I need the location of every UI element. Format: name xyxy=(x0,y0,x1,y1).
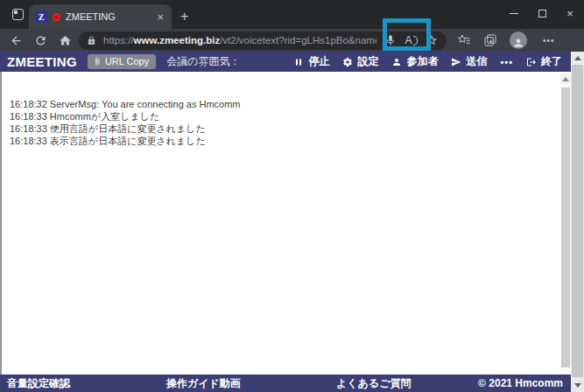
minimize-button[interactable] xyxy=(500,0,528,26)
url-text: https://www.zmeeting.biz/vt2/voicetext?r… xyxy=(103,35,376,46)
scrollbar-track[interactable] xyxy=(571,65,584,379)
tab-actions-icon xyxy=(12,9,24,20)
scroll-down-icon[interactable] xyxy=(571,379,584,392)
add-favorite-star-icon[interactable] xyxy=(425,33,439,47)
back-icon xyxy=(10,34,23,47)
message-log: 16:18:32 ServerMsg: You are connecting a… xyxy=(2,72,571,147)
stop-button[interactable]: 停止 xyxy=(293,54,329,69)
participants-label: 参加者 xyxy=(406,54,438,69)
content-scrollbar-thumb[interactable] xyxy=(561,88,570,368)
send-icon xyxy=(451,57,461,67)
settings-button[interactable]: 設定 xyxy=(342,54,378,69)
meeting-mood-label: 会議の雰囲気： xyxy=(166,54,240,69)
address-bar[interactable]: https://www.zmeeting.biz/vt2/voicetext?r… xyxy=(79,32,447,50)
recording-indicator-icon xyxy=(53,13,60,21)
participant-icon xyxy=(391,57,402,67)
home-button[interactable] xyxy=(54,31,75,50)
volume-check-link[interactable]: 音量設定確認 xyxy=(7,376,70,391)
content-scrollbar[interactable] xyxy=(560,74,571,374)
paperclip-icon xyxy=(93,57,102,66)
url-path: /vt2/voicetext?rid=gLHs1pBo&name=Hmcomm… xyxy=(220,35,376,46)
browser-toolbar-icons: ••• xyxy=(457,32,559,49)
new-tab-button[interactable]: + xyxy=(180,10,188,24)
window-controls: × xyxy=(500,0,584,29)
pause-icon xyxy=(293,57,304,67)
browser-navbar: https://www.zmeeting.biz/vt2/voicetext?r… xyxy=(0,29,584,52)
favorites-hub-icon[interactable] xyxy=(457,33,471,47)
settings-label: 設定 xyxy=(357,54,378,69)
profile-avatar[interactable] xyxy=(510,32,527,49)
stop-label: 停止 xyxy=(308,54,329,69)
browser-window: Z ZMEETING × + × https://www.zmeeting.bi… xyxy=(0,0,584,392)
scroll-up-icon[interactable] xyxy=(571,52,584,65)
send-label: 送信 xyxy=(466,54,487,69)
content-scroll-up-icon[interactable] xyxy=(560,74,571,84)
header-actions: 停止 設定 参加者 送信 ••• xyxy=(293,54,562,69)
maximize-icon xyxy=(538,10,546,18)
scrollbar-thumb[interactable] xyxy=(572,65,583,377)
minimize-icon xyxy=(510,13,518,14)
zmeeting-header: ZMEETING URL Copy 会議の雰囲気： 停止 設定 xyxy=(0,52,571,72)
page-area: ZMEETING URL Copy 会議の雰囲気： 停止 設定 xyxy=(0,52,584,392)
refresh-button[interactable] xyxy=(30,31,51,50)
browser-menu-icon[interactable]: ••• xyxy=(543,36,555,46)
zmeeting-favicon-icon: Z xyxy=(35,10,47,23)
url-domain: www.zmeeting.biz xyxy=(134,35,221,46)
browser-scrollbar[interactable] xyxy=(571,52,584,392)
url-protocol: https:// xyxy=(103,35,134,46)
collections-icon[interactable] xyxy=(483,33,497,47)
read-aloud-icon[interactable]: A xyxy=(405,34,418,46)
lock-icon xyxy=(87,36,96,46)
meeting-log-panel: 16:18:32 ServerMsg: You are connecting a… xyxy=(0,72,571,374)
zmeeting-logo: ZMEETING xyxy=(7,54,77,69)
url-copy-label: URL Copy xyxy=(105,56,149,66)
url-copy-button[interactable]: URL Copy xyxy=(88,54,156,69)
faq-link[interactable]: よくあるご質問 xyxy=(336,376,411,391)
refresh-icon xyxy=(34,34,47,47)
maximize-button[interactable] xyxy=(528,0,556,26)
person-icon xyxy=(512,37,524,49)
home-icon xyxy=(59,34,72,47)
exit-label: 終了 xyxy=(541,54,562,69)
log-message: 16:18:33 Hmcommが入室しました xyxy=(10,110,550,122)
log-message: 16:18:33 表示言語が日本語に変更されました xyxy=(10,135,550,147)
browser-titlebar: Z ZMEETING × + × xyxy=(0,0,584,29)
send-button[interactable]: 送信 xyxy=(451,54,487,69)
guide-video-link[interactable]: 操作ガイド動画 xyxy=(166,376,241,391)
browser-tab-zmeeting[interactable]: Z ZMEETING × xyxy=(29,4,172,29)
log-message: 16:18:32 ServerMsg: You are connecting a… xyxy=(10,98,550,110)
microphone-icon[interactable] xyxy=(383,33,398,47)
window-close-button[interactable]: × xyxy=(556,0,584,26)
copyright-text: © 2021 Hmcomm xyxy=(478,377,563,389)
tab-actions-button[interactable] xyxy=(6,3,29,25)
back-button[interactable] xyxy=(5,31,26,50)
tab-close-icon[interactable]: × xyxy=(155,10,165,24)
tab-title: ZMEETING xyxy=(66,11,150,22)
header-more-icon[interactable]: ••• xyxy=(500,57,513,67)
exit-button[interactable]: 終了 xyxy=(526,54,562,69)
exit-icon xyxy=(526,57,537,67)
zmeeting-footer: 音量設定確認 操作ガイド動画 よくあるご質問 © 2021 Hmcomm xyxy=(0,374,571,392)
gear-icon xyxy=(342,57,353,67)
log-message: 16:18:33 使用言語が日本語に変更されました xyxy=(10,122,550,135)
participants-button[interactable]: 参加者 xyxy=(391,54,438,69)
